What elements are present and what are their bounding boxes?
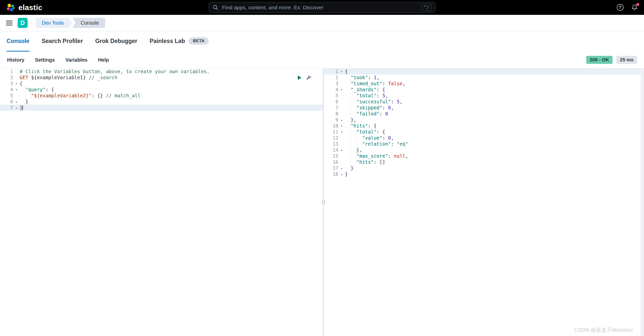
line-number: 3 [324, 80, 338, 87]
notifications-button[interactable] [631, 4, 638, 11]
code-text: # Click the Variables button, above, to … [20, 68, 323, 74]
deployment-badge[interactable]: D [18, 18, 28, 28]
response-pane[interactable]: 1▾{2 "took": 1,3 "timed_out": false,4▾ "… [324, 68, 644, 336]
settings-button[interactable]: Settings [35, 57, 55, 63]
tab-search-profiler[interactable]: Search Profiler [42, 31, 83, 52]
code-text: "hits": { [345, 123, 644, 129]
gutter: 10▾ [324, 123, 345, 129]
fold-up-icon[interactable]: ▴ [13, 105, 20, 111]
menu-icon[interactable] [6, 20, 13, 26]
gutter: 2 [324, 74, 345, 80]
fold-spacer [13, 68, 20, 74]
gutter: 9▴ [324, 117, 345, 123]
gutter: 7▴ [0, 105, 20, 111]
fold-down-icon[interactable]: ▾ [338, 123, 345, 129]
code-line-10: 10▾ "hits": { [324, 123, 644, 129]
gutter: 3 [324, 80, 345, 87]
code-line-1[interactable]: 1# Click the Variables button, above, to… [0, 68, 323, 74]
gutter: 6▴ [0, 99, 20, 105]
code-text: } [20, 99, 323, 105]
search-icon [213, 5, 219, 11]
tab-painless-lab-label: Painless Lab [150, 38, 185, 45]
breadcrumb-dev-tools[interactable]: Dev Tools [36, 18, 72, 28]
fold-up-icon[interactable]: ▴ [338, 147, 345, 153]
code-line-15: 15 "max_score": null, [324, 153, 644, 159]
tab-console-label: Console [7, 38, 29, 45]
code-text: "query": { [20, 87, 323, 93]
help-button[interactable]: Help [98, 57, 109, 63]
fold-down-icon[interactable]: ▾ [338, 129, 345, 135]
elastic-brand[interactable]: elastic [6, 3, 43, 12]
line-number: 16 [324, 159, 338, 165]
fold-down-icon[interactable]: ▾ [338, 87, 345, 93]
tab-search-profiler-label: Search Profiler [42, 38, 83, 45]
gutter: 15 [324, 153, 345, 159]
global-search: ^/ [209, 2, 435, 13]
code-line-5: 5 "total": 5, [324, 93, 644, 99]
request-options-button[interactable] [306, 75, 311, 80]
fold-up-icon[interactable]: ▴ [338, 117, 345, 123]
code-line-3[interactable]: 3▾{ [0, 80, 323, 87]
gutter: 13 [324, 141, 345, 147]
gutter: 8 [324, 111, 345, 117]
code-line-2[interactable]: 2GET ${exampleVariable1} // _search [0, 74, 323, 80]
code-text: "skipped": 0, [345, 105, 644, 111]
global-search-input[interactable] [222, 4, 419, 11]
code-line-6[interactable]: 6▴ } [0, 99, 323, 105]
code-text: } [20, 105, 323, 111]
code-text: "hits": [] [345, 159, 644, 165]
gutter: 14▴ [324, 147, 345, 153]
code-line-7[interactable]: 7▴} [0, 105, 323, 111]
tab-painless-lab[interactable]: Painless Lab BETA [150, 31, 209, 52]
code-line-4: 4▾ "_shards": { [324, 87, 644, 93]
gutter: 7 [324, 105, 345, 111]
code-line-14: 14▴ }, [324, 147, 644, 153]
fold-down-icon[interactable]: ▾ [13, 87, 20, 93]
code-line-1: 1▾{ [324, 68, 644, 74]
fold-up-icon[interactable]: ▴ [338, 165, 345, 171]
fold-spacer [13, 93, 20, 99]
request-pane[interactable]: 1# Click the Variables button, above, to… [0, 68, 323, 336]
history-button[interactable]: History [7, 57, 24, 63]
gutter: 1▾ [324, 68, 345, 74]
code-text: GET ${exampleVariable1} // _search [20, 74, 323, 80]
fold-up-icon[interactable]: ▴ [13, 99, 20, 105]
fold-up-icon[interactable]: ▴ [338, 171, 345, 177]
code-text: } [345, 165, 644, 171]
send-request-button[interactable] [296, 75, 302, 80]
tab-grok-debugger[interactable]: Grok Debugger [95, 31, 137, 52]
code-line-6: 6 "successful": 5, [324, 99, 644, 105]
line-number: 14 [324, 147, 338, 153]
line-number: 10 [324, 123, 338, 129]
code-text: "relation": "eq" [345, 141, 644, 147]
code-text: "max_score": null, [345, 153, 644, 159]
code-text: "total": 5, [345, 93, 644, 99]
line-number: 7 [0, 105, 13, 111]
gutter: 1 [0, 68, 20, 74]
fold-down-icon[interactable]: ▾ [13, 80, 20, 87]
tab-console[interactable]: Console [7, 31, 29, 52]
line-number: 3 [0, 80, 13, 87]
fold-down-icon[interactable]: ▾ [338, 68, 345, 74]
response-time-badge: 25 ms [616, 56, 637, 64]
breadcrumb-console[interactable]: Console [72, 18, 105, 28]
response-scrollbar[interactable] [641, 68, 644, 336]
console-menu: History Settings Variables Help 200 - OK… [0, 52, 644, 68]
code-line-2: 2 "took": 1, [324, 74, 644, 80]
code-line-5[interactable]: 5 "${exampleVariable2}": {} // match_all [0, 93, 323, 99]
play-icon [297, 75, 302, 80]
code-text: "value": 0, [345, 135, 644, 141]
devtools-tabs: Console Search Profiler Grok Debugger Pa… [0, 31, 644, 52]
global-search-box[interactable]: ^/ [209, 2, 435, 13]
line-number: 6 [324, 99, 338, 105]
code-text: "total": { [345, 129, 644, 135]
line-number: 7 [324, 105, 338, 111]
fold-spacer [338, 153, 345, 159]
code-text: "_shards": { [345, 87, 644, 93]
variables-button[interactable]: Variables [65, 57, 88, 63]
line-number: 1 [0, 68, 13, 74]
code-line-4[interactable]: 4▾ "query": { [0, 87, 323, 93]
help-icon[interactable]: ? [617, 4, 624, 11]
code-line-13: 13 "relation": "eq" [324, 141, 644, 147]
search-shortcut-hint: ^/ [422, 4, 431, 11]
